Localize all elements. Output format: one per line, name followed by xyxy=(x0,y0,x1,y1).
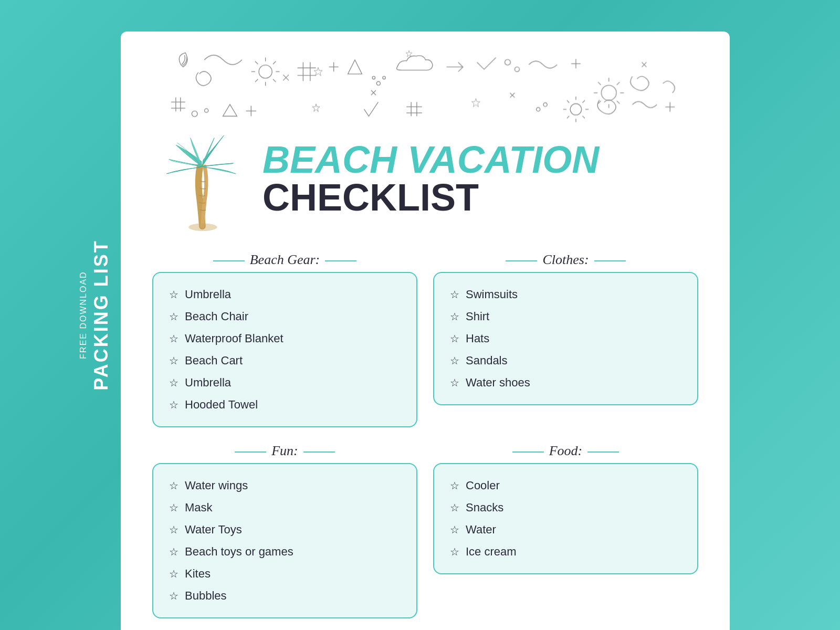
list-item: ☆Bubbles xyxy=(169,585,401,607)
list-item: ☆Water xyxy=(450,519,681,541)
list-item-text: Snacks xyxy=(466,501,503,514)
svg-line-29 xyxy=(598,82,601,85)
star-icon: ☆ xyxy=(450,479,459,492)
star-icon: ☆ xyxy=(450,288,459,301)
list-item: ☆Kites xyxy=(169,563,401,585)
list-item: ☆Shirt xyxy=(450,306,681,328)
category-beach-gear: Beach Gear:☆Umbrella☆Beach Chair☆Waterpr… xyxy=(152,252,417,427)
list-item: ☆Swimsuits xyxy=(450,284,681,306)
checklist-grid: Beach Gear:☆Umbrella☆Beach Chair☆Waterpr… xyxy=(152,252,698,618)
svg-line-54 xyxy=(582,116,584,118)
svg-line-53 xyxy=(567,100,569,102)
list-item: ☆Ice cream xyxy=(450,541,681,563)
star-icon: ☆ xyxy=(169,568,178,580)
list-item-text: Kites xyxy=(185,567,211,581)
list-item-text: Ice cream xyxy=(466,545,517,559)
list-item: ☆Water shoes xyxy=(450,372,681,394)
star-icon: ☆ xyxy=(169,332,178,345)
svg-point-38 xyxy=(205,109,208,112)
svg-point-47 xyxy=(543,103,547,107)
category-fun: Fun:☆Water wings☆Mask☆Water Toys☆Beach t… xyxy=(152,443,417,618)
list-item-text: Sandals xyxy=(466,354,508,368)
svg-point-17 xyxy=(382,77,385,79)
star-icon: ☆ xyxy=(169,523,178,536)
sidebar-free-download: FREE DOWNLOAD xyxy=(79,239,88,390)
list-item: ☆Mask xyxy=(169,497,401,519)
list-item-text: Hooded Towel xyxy=(185,398,258,412)
star-icon: ☆ xyxy=(169,376,178,389)
title-text: BEACH VACATION CHECKLIST xyxy=(262,141,599,216)
list-item: ☆Snacks xyxy=(450,497,681,519)
list-item: ☆Sandals xyxy=(450,350,681,372)
category-box-beach-gear: ☆Umbrella☆Beach Chair☆Waterproof Blanket… xyxy=(152,272,417,427)
title-line2: CHECKLIST xyxy=(262,178,599,216)
list-item-text: Beach toys or games xyxy=(185,545,293,559)
star-icon: ☆ xyxy=(450,376,459,389)
star-icon: ☆ xyxy=(169,288,178,301)
svg-line-56 xyxy=(567,116,569,118)
list-item: ☆Beach toys or games xyxy=(169,541,401,563)
sidebar: FREE DOWNLOAD PACKING LIST xyxy=(79,239,112,390)
svg-point-67 xyxy=(188,223,217,231)
svg-marker-15 xyxy=(348,60,362,74)
star-icon: ☆ xyxy=(169,501,178,514)
category-title-clothes: Clothes: xyxy=(433,252,698,268)
list-item-text: Beach Chair xyxy=(185,310,248,323)
category-clothes: Clothes:☆Swimsuits☆Shirt☆Hats☆Sandals☆Wa… xyxy=(433,252,698,427)
star-icon: ☆ xyxy=(450,545,459,558)
svg-line-8 xyxy=(255,79,257,82)
doodle-header xyxy=(152,32,698,126)
list-item: ☆Hats xyxy=(450,328,681,350)
list-item-text: Hats xyxy=(466,332,489,345)
svg-point-21 xyxy=(514,67,519,72)
star-icon: ☆ xyxy=(450,523,459,536)
category-title-food: Food: xyxy=(433,443,698,459)
svg-point-48 xyxy=(570,104,582,116)
category-title-fun: Fun: xyxy=(152,443,417,459)
star-icon: ☆ xyxy=(169,398,178,411)
star-icon: ☆ xyxy=(169,545,178,558)
svg-line-30 xyxy=(617,101,620,103)
category-food: Food:☆Cooler☆Snacks☆Water☆Ice cream xyxy=(433,443,698,618)
list-item-text: Water Toys xyxy=(185,523,242,537)
star-icon: ☆ xyxy=(450,501,459,514)
category-title-beach-gear: Beach Gear: xyxy=(152,252,417,268)
svg-line-5 xyxy=(255,61,257,64)
list-item: ☆Beach Cart xyxy=(169,350,401,372)
svg-point-20 xyxy=(505,59,511,65)
palm-tree-icon xyxy=(163,126,247,231)
list-item: ☆Water Toys xyxy=(169,519,401,541)
list-item: ☆Water wings xyxy=(169,475,401,497)
svg-point-24 xyxy=(601,86,616,101)
list-item-text: Water wings xyxy=(185,479,248,492)
svg-point-18 xyxy=(372,77,375,79)
main-card: BEACH VACATION CHECKLIST Beach Gear:☆Umb… xyxy=(121,32,730,630)
list-item: ☆Hooded Towel xyxy=(169,394,401,416)
star-icon: ☆ xyxy=(169,310,178,323)
star-icon: ☆ xyxy=(450,332,459,345)
sidebar-packing-list: PACKING LIST xyxy=(90,239,112,390)
star-icon: ☆ xyxy=(169,354,178,367)
list-item: ☆Cooler xyxy=(450,475,681,497)
title-line1: BEACH VACATION xyxy=(262,141,599,178)
list-item-text: Shirt xyxy=(466,310,489,323)
svg-line-31 xyxy=(617,82,620,85)
star-icon: ☆ xyxy=(169,590,178,602)
svg-point-16 xyxy=(376,81,380,85)
list-item-text: Umbrella xyxy=(185,376,231,390)
svg-line-6 xyxy=(273,79,276,82)
category-box-food: ☆Cooler☆Snacks☆Water☆Ice cream xyxy=(433,463,698,574)
list-item-text: Waterproof Blanket xyxy=(185,332,284,345)
list-item-text: Mask xyxy=(185,501,213,514)
svg-point-46 xyxy=(537,108,540,111)
list-item: ☆Umbrella xyxy=(169,372,401,394)
category-box-fun: ☆Water wings☆Mask☆Water Toys☆Beach toys … xyxy=(152,463,417,618)
svg-point-0 xyxy=(259,65,272,78)
star-icon: ☆ xyxy=(169,479,178,492)
svg-line-7 xyxy=(273,61,276,64)
list-item-text: Bubbles xyxy=(185,589,227,603)
svg-marker-39 xyxy=(223,104,237,116)
list-item-text: Cooler xyxy=(466,479,500,492)
star-icon: ☆ xyxy=(450,310,459,323)
list-item: ☆Beach Chair xyxy=(169,306,401,328)
